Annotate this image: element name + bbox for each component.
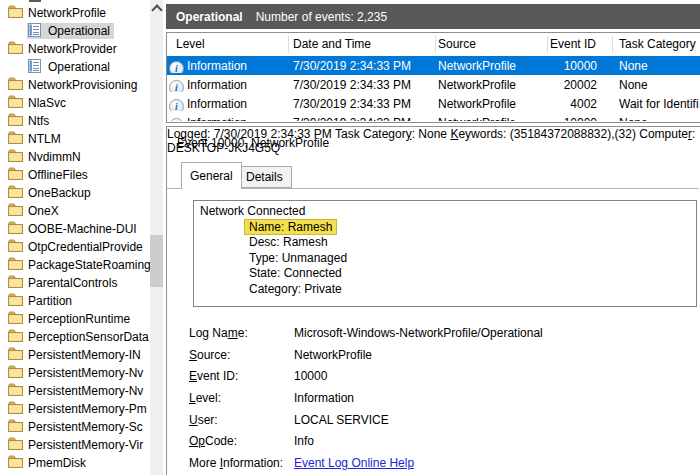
tree-item-label: Ntfs [28, 114, 49, 128]
tree-item-label: OneBackup [28, 186, 91, 200]
column-header-task-category[interactable]: Task Category [613, 36, 700, 53]
event-id-cell: 10000 [548, 59, 613, 73]
date-cell: 7/30/2019 2:34:33 PM [289, 116, 436, 122]
event-description-box[interactable]: Network Connected Name: Ramesh Desc: Ram… [193, 200, 697, 307]
column-header-date[interactable]: Date and Time [289, 36, 436, 53]
event-log-icon [28, 59, 41, 76]
tree-item-label: OOBE-Machine-DUI [28, 222, 137, 236]
column-header-event-id[interactable]: Event ID [548, 36, 613, 53]
information-level-icon [169, 80, 184, 92]
tree-item[interactable]: OOBE-Machine-DUI [0, 220, 150, 238]
tree-item-label: PersistentMemory-Pm [28, 402, 147, 416]
tree-item[interactable]: Operational [0, 58, 150, 76]
tree-item-label: Partition [28, 294, 72, 308]
tree-item[interactable]: NTLM [0, 130, 150, 148]
table-row[interactable]: Information 7/30/2019 2:34:33 PM Network… [167, 94, 700, 113]
tree-item[interactable]: PerceptionRuntime [0, 310, 150, 328]
tree-item[interactable]: PackageStateRoaming [0, 256, 150, 274]
event-rows: Information 7/30/2019 2:34:33 PM Network… [167, 56, 700, 121]
tree-item[interactable]: PersistentMemory-Pm [0, 400, 150, 418]
more-information-label: More Information: [189, 456, 283, 470]
tree-item-label: PersistentMemory-IN [28, 348, 141, 362]
tree-item-label: NlaSvc [28, 96, 66, 110]
table-row[interactable]: Information 7/30/2019 2:34:33 PM Network… [167, 56, 700, 75]
folder-icon [8, 239, 23, 255]
log-title: Operational [176, 10, 243, 24]
tree-item[interactable]: NetworkProvider [0, 40, 150, 58]
tree-item[interactable]: OneX [0, 202, 150, 220]
folder-icon [8, 365, 23, 381]
task-category-value: None [418, 127, 447, 141]
tree-item-label: ParentalControls [28, 276, 117, 290]
tree-item[interactable]: NlaSvc [0, 94, 150, 112]
tree-item[interactable]: PerceptionSensorData [0, 328, 150, 346]
tree-item[interactable]: NvdimmN [0, 148, 150, 166]
opcode-label: OpCode: [189, 434, 237, 448]
tree-item[interactable]: Ntfs [0, 112, 150, 130]
log-tree: NetworkProfile [0, 4, 150, 472]
tree-item-label: OfflineFiles [28, 168, 88, 182]
tree-item-label: PersistentMemory-Nv [28, 366, 143, 380]
table-row[interactable]: Information 7/30/2019 2:34:33 PM Network… [167, 75, 700, 94]
level-cell: Information [187, 78, 247, 92]
tree-item-label: Operational [48, 60, 110, 74]
description-text: Category: Private [249, 282, 342, 296]
event-log-icon [28, 23, 41, 40]
tree-item[interactable]: PmemDisk [0, 454, 150, 472]
column-header-source[interactable]: Source [436, 36, 548, 53]
tree-item-label: NTLM [28, 132, 61, 146]
description-line: Desc: Ramesh [249, 235, 690, 251]
tree-item[interactable]: OfflineFiles [0, 166, 150, 184]
folder-icon [8, 437, 23, 453]
tree-item-label: NvdimmN [28, 150, 81, 164]
folder-icon [8, 77, 23, 93]
tree-item[interactable]: Partition [0, 292, 150, 310]
task-category-cell: None [613, 116, 700, 122]
tree-item[interactable]: PersistentMemory-Nv [0, 364, 150, 382]
tree-item[interactable]: NetworkProfile [0, 4, 150, 22]
folder-icon [8, 311, 23, 327]
console-tree-sidebar: NetworkProfile [0, 0, 150, 475]
description-line: State: Connected [249, 266, 690, 282]
description-text: Desc: Ramesh [249, 235, 328, 249]
description-line: Name: Ramesh [249, 220, 690, 236]
folder-icon [8, 113, 23, 129]
level-cell: Information [187, 116, 247, 122]
task-category-cell: None [613, 59, 700, 73]
event-id-cell: 20002 [548, 78, 613, 92]
tree-item[interactable]: PersistentMemory-IN [0, 346, 150, 364]
tree-item-label: NetworkProvider [28, 42, 117, 56]
online-help-link[interactable]: Event Log Online Help [294, 456, 414, 470]
tab-general[interactable]: General [181, 162, 242, 189]
tree-item[interactable]: NetworkProvisioning [0, 76, 150, 94]
source-cell: NetworkProfile [436, 97, 548, 111]
detail-tabs: General Details [167, 162, 699, 189]
tree-item-label: NetworkProvisioning [28, 78, 137, 92]
scroll-up-button[interactable] [150, 6, 163, 21]
tree-item[interactable]: PersistentMemory-Nv [0, 382, 150, 400]
tree-item[interactable]: ParentalControls [0, 274, 150, 292]
source-cell: NetworkProfile [436, 116, 548, 122]
tab-details[interactable]: Details [237, 166, 292, 188]
tree-item-label: PackageStateRoaming [28, 258, 150, 272]
event-id-cell: 4002 [548, 97, 613, 111]
table-row[interactable]: Information 7/30/2019 2:34:33 PM Network… [167, 113, 700, 121]
level-label: Level: [189, 391, 221, 405]
clipped-tree-item-fragment [29, 0, 41, 2]
folder-icon [8, 221, 23, 237]
event-id-label: Event ID: [189, 369, 238, 383]
description-text: State: Connected [249, 266, 342, 280]
column-header-level[interactable]: Level [167, 36, 289, 53]
tree-item-label: PersistentMemory-Nv [28, 384, 143, 398]
folder-icon [8, 203, 23, 219]
tree-item[interactable]: OtpCredentialProvide [0, 238, 150, 256]
scrollbar-thumb[interactable] [150, 235, 163, 287]
sidebar-scrollbar[interactable] [150, 0, 163, 475]
event-id-value: 10000 [294, 369, 327, 383]
tree-item[interactable]: Operational [0, 22, 150, 40]
tree-item[interactable]: PersistentMemory-Vir [0, 436, 150, 454]
keywords-value: (35184372088832),(32) [510, 127, 636, 141]
tree-item[interactable]: PersistentMemory-Sc [0, 418, 150, 436]
tree-item[interactable]: OneBackup [0, 184, 150, 202]
folder-icon [8, 167, 23, 183]
